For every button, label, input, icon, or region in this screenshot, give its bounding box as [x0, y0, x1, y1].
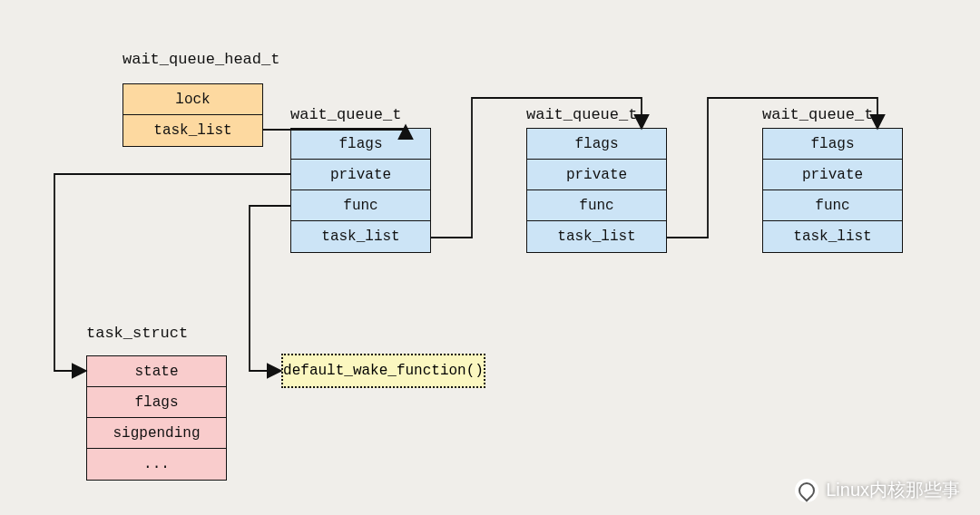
field-func: func	[527, 190, 666, 221]
field-state: state	[87, 356, 226, 387]
default-wake-function-box: default_wake_function()	[281, 354, 485, 388]
label-wait-queue-t-2: wait_queue_t	[526, 106, 637, 123]
field-task-list: task_list	[527, 221, 666, 252]
field-flags: flags	[291, 129, 430, 160]
field-private: private	[291, 160, 430, 190]
label-wait-queue-t-1: wait_queue_t	[290, 106, 401, 123]
struct-wait-queue-t-1: flags private func task_list	[290, 128, 431, 253]
watermark: Linux内核那些事	[795, 478, 960, 502]
field-task-list: task_list	[291, 221, 430, 252]
struct-task-struct: state flags sigpending ...	[86, 355, 227, 481]
watermark-text: Linux内核那些事	[826, 478, 960, 502]
field-task-list: task_list	[123, 115, 262, 146]
field-more: ...	[87, 449, 226, 480]
field-flags: flags	[527, 129, 666, 160]
struct-wait-queue-head: lock task_list	[122, 83, 263, 147]
field-flags: flags	[87, 387, 226, 418]
diagram-canvas: wait_queue_head_t lock task_list wait_qu…	[0, 0, 980, 515]
label-task-struct: task_struct	[86, 325, 188, 342]
field-func: func	[291, 190, 430, 221]
label-wait-queue-t-3: wait_queue_t	[762, 106, 873, 123]
field-task-list: task_list	[763, 221, 902, 252]
field-lock: lock	[123, 84, 262, 115]
wechat-icon	[795, 479, 818, 502]
field-sigpending: sigpending	[87, 418, 226, 449]
struct-wait-queue-t-3: flags private func task_list	[762, 128, 903, 253]
struct-wait-queue-t-2: flags private func task_list	[526, 128, 667, 253]
field-func: func	[763, 190, 902, 221]
field-private: private	[527, 160, 666, 190]
field-flags: flags	[763, 129, 902, 160]
label-wait-queue-head: wait_queue_head_t	[122, 51, 279, 68]
field-private: private	[763, 160, 902, 190]
